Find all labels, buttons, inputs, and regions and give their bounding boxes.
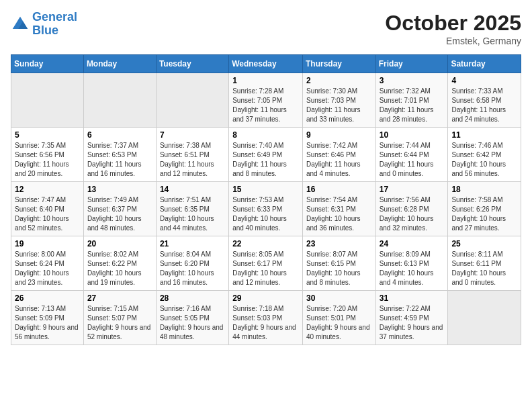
day-info: Sunrise: 7:37 AMSunset: 6:53 PMDaylight:…	[87, 141, 152, 179]
day-number: 24	[380, 239, 445, 248]
logo-text: General Blue	[32, 11, 77, 38]
day-info: Sunrise: 8:00 AMSunset: 6:24 PMDaylight:…	[15, 250, 80, 287]
day-info: Sunrise: 7:47 AMSunset: 6:40 PMDaylight:…	[15, 195, 80, 233]
week-row-3: 12Sunrise: 7:47 AMSunset: 6:40 PMDayligh…	[11, 182, 521, 236]
calendar-cell: 27Sunrise: 7:15 AMSunset: 5:07 PMDayligh…	[83, 291, 156, 345]
calendar-cell: 17Sunrise: 7:56 AMSunset: 6:28 PMDayligh…	[375, 182, 448, 236]
day-number: 7	[160, 130, 225, 140]
week-row-5: 26Sunrise: 7:13 AMSunset: 5:09 PMDayligh…	[11, 291, 521, 345]
logo: General Blue	[11, 11, 77, 38]
weekday-header-friday: Friday	[375, 55, 448, 73]
day-number: 1	[232, 76, 299, 85]
calendar-cell: 4Sunrise: 7:33 AMSunset: 6:58 PMDaylight…	[448, 73, 521, 128]
day-number: 10	[380, 130, 445, 140]
day-number: 17	[380, 185, 445, 194]
day-number: 22	[232, 239, 299, 248]
calendar-cell: 2Sunrise: 7:30 AMSunset: 7:03 PMDaylight…	[302, 73, 375, 128]
day-info: Sunrise: 7:56 AMSunset: 6:28 PMDaylight:…	[380, 195, 445, 233]
day-info: Sunrise: 8:04 AMSunset: 6:20 PMDaylight:…	[160, 250, 225, 287]
week-row-1: 1Sunrise: 7:28 AMSunset: 7:05 PMDaylight…	[11, 73, 521, 128]
calendar-cell: 19Sunrise: 8:00 AMSunset: 6:24 PMDayligh…	[11, 236, 84, 291]
weekday-header-tuesday: Tuesday	[156, 55, 228, 73]
weekday-header-sunday: Sunday	[11, 55, 84, 73]
day-number: 28	[160, 293, 225, 303]
day-info: Sunrise: 7:42 AMSunset: 6:46 PMDaylight:…	[306, 141, 372, 179]
calendar-cell: 30Sunrise: 7:20 AMSunset: 5:01 PMDayligh…	[302, 291, 375, 345]
day-info: Sunrise: 7:44 AMSunset: 6:44 PMDaylight:…	[380, 141, 445, 179]
day-info: Sunrise: 8:05 AMSunset: 6:17 PMDaylight:…	[232, 250, 299, 287]
calendar-cell: 6Sunrise: 7:37 AMSunset: 6:53 PMDaylight…	[83, 128, 156, 182]
calendar-cell	[448, 291, 521, 345]
calendar-cell: 3Sunrise: 7:32 AMSunset: 7:01 PMDaylight…	[375, 73, 448, 128]
day-number: 27	[87, 293, 152, 303]
day-number: 3	[380, 76, 445, 85]
day-number: 5	[15, 130, 80, 140]
day-number: 12	[15, 185, 80, 194]
day-info: Sunrise: 7:32 AMSunset: 7:01 PMDaylight:…	[380, 87, 445, 124]
calendar-cell: 22Sunrise: 8:05 AMSunset: 6:17 PMDayligh…	[229, 236, 303, 291]
day-number: 19	[15, 239, 80, 248]
day-number: 18	[451, 185, 517, 194]
calendar-cell: 9Sunrise: 7:42 AMSunset: 6:46 PMDaylight…	[302, 128, 375, 182]
day-info: Sunrise: 8:11 AMSunset: 6:11 PMDaylight:…	[451, 250, 517, 287]
calendar-table: SundayMondayTuesdayWednesdayThursdayFrid…	[11, 54, 521, 345]
day-number: 23	[306, 239, 372, 248]
calendar-cell: 31Sunrise: 7:22 AMSunset: 4:59 PMDayligh…	[375, 291, 448, 345]
day-number: 6	[87, 130, 152, 140]
calendar-cell: 7Sunrise: 7:38 AMSunset: 6:51 PMDaylight…	[156, 128, 228, 182]
day-info: Sunrise: 7:18 AMSunset: 5:03 PMDaylight:…	[232, 304, 299, 342]
day-info: Sunrise: 7:58 AMSunset: 6:26 PMDaylight:…	[451, 195, 517, 233]
day-info: Sunrise: 7:13 AMSunset: 5:09 PMDaylight:…	[15, 304, 80, 342]
day-info: Sunrise: 7:33 AMSunset: 6:58 PMDaylight:…	[451, 87, 517, 124]
week-row-2: 5Sunrise: 7:35 AMSunset: 6:56 PMDaylight…	[11, 128, 521, 182]
calendar-cell: 1Sunrise: 7:28 AMSunset: 7:05 PMDaylight…	[229, 73, 303, 128]
day-info: Sunrise: 7:20 AMSunset: 5:01 PMDaylight:…	[306, 304, 372, 342]
day-number: 9	[306, 130, 372, 140]
day-info: Sunrise: 7:35 AMSunset: 6:56 PMDaylight:…	[15, 141, 80, 179]
calendar-cell: 14Sunrise: 7:51 AMSunset: 6:35 PMDayligh…	[156, 182, 228, 236]
calendar-cell: 21Sunrise: 8:04 AMSunset: 6:20 PMDayligh…	[156, 236, 228, 291]
weekday-header-row: SundayMondayTuesdayWednesdayThursdayFrid…	[11, 55, 521, 73]
month-title: October 2025	[385, 11, 521, 36]
location-subtitle: Emstek, Germany	[385, 36, 521, 46]
day-info: Sunrise: 7:53 AMSunset: 6:33 PMDaylight:…	[232, 195, 299, 233]
day-info: Sunrise: 7:46 AMSunset: 6:42 PMDaylight:…	[451, 141, 517, 179]
day-info: Sunrise: 7:22 AMSunset: 4:59 PMDaylight:…	[380, 304, 445, 342]
calendar-cell: 5Sunrise: 7:35 AMSunset: 6:56 PMDaylight…	[11, 128, 84, 182]
day-info: Sunrise: 7:49 AMSunset: 6:37 PMDaylight:…	[87, 195, 152, 233]
day-number: 16	[306, 185, 372, 194]
page-header: General Blue October 2025 Emstek, German…	[11, 11, 521, 46]
calendar-cell: 25Sunrise: 8:11 AMSunset: 6:11 PMDayligh…	[448, 236, 521, 291]
day-info: Sunrise: 7:54 AMSunset: 6:31 PMDaylight:…	[306, 195, 372, 233]
calendar-cell: 29Sunrise: 7:18 AMSunset: 5:03 PMDayligh…	[229, 291, 303, 345]
calendar-cell: 16Sunrise: 7:54 AMSunset: 6:31 PMDayligh…	[302, 182, 375, 236]
calendar-cell: 28Sunrise: 7:16 AMSunset: 5:05 PMDayligh…	[156, 291, 228, 345]
calendar-cell: 13Sunrise: 7:49 AMSunset: 6:37 PMDayligh…	[83, 182, 156, 236]
calendar-cell: 24Sunrise: 8:09 AMSunset: 6:13 PMDayligh…	[375, 236, 448, 291]
day-number: 2	[306, 76, 372, 85]
calendar-cell: 20Sunrise: 8:02 AMSunset: 6:22 PMDayligh…	[83, 236, 156, 291]
calendar-cell: 10Sunrise: 7:44 AMSunset: 6:44 PMDayligh…	[375, 128, 448, 182]
weekday-header-thursday: Thursday	[302, 55, 375, 73]
calendar-cell	[83, 73, 156, 128]
weekday-header-wednesday: Wednesday	[229, 55, 303, 73]
day-number: 20	[87, 239, 152, 248]
day-number: 31	[380, 293, 445, 303]
day-info: Sunrise: 7:51 AMSunset: 6:35 PMDaylight:…	[160, 195, 225, 233]
day-info: Sunrise: 8:09 AMSunset: 6:13 PMDaylight:…	[380, 250, 445, 287]
day-number: 8	[232, 130, 299, 140]
calendar-cell: 15Sunrise: 7:53 AMSunset: 6:33 PMDayligh…	[229, 182, 303, 236]
day-info: Sunrise: 7:40 AMSunset: 6:49 PMDaylight:…	[232, 141, 299, 179]
logo-icon	[11, 15, 30, 34]
calendar-cell: 23Sunrise: 8:07 AMSunset: 6:15 PMDayligh…	[302, 236, 375, 291]
calendar-cell: 12Sunrise: 7:47 AMSunset: 6:40 PMDayligh…	[11, 182, 84, 236]
day-number: 30	[306, 293, 372, 303]
day-number: 29	[232, 293, 299, 303]
day-info: Sunrise: 7:15 AMSunset: 5:07 PMDaylight:…	[87, 304, 152, 342]
day-number: 26	[15, 293, 80, 303]
calendar-cell: 18Sunrise: 7:58 AMSunset: 6:26 PMDayligh…	[448, 182, 521, 236]
calendar-cell	[11, 73, 84, 128]
calendar-cell	[156, 73, 228, 128]
day-info: Sunrise: 7:28 AMSunset: 7:05 PMDaylight:…	[232, 87, 299, 124]
day-number: 15	[232, 185, 299, 194]
